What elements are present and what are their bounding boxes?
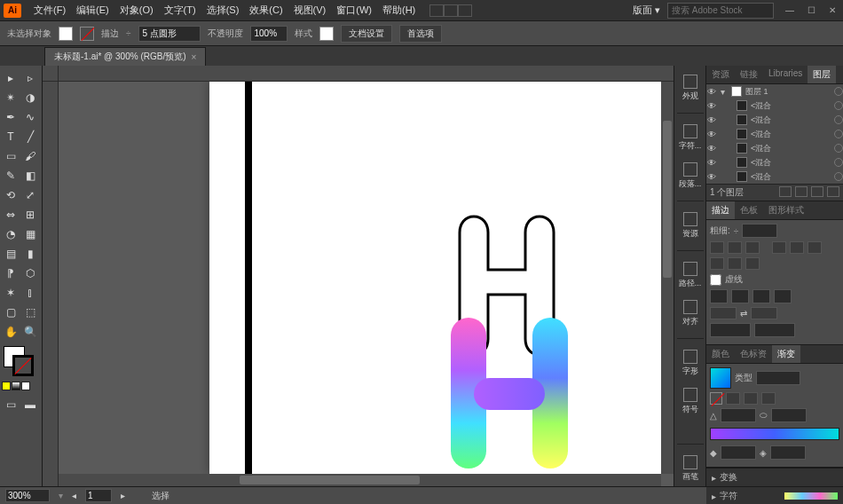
dock-appearance[interactable]: 外观	[677, 75, 704, 102]
stroke-swatch[interactable]	[80, 27, 94, 41]
corner-bevel[interactable]	[808, 241, 822, 254]
delete-layer-icon[interactable]	[827, 186, 839, 197]
gradient-aspect[interactable]	[771, 408, 807, 422]
panel-tab-stroke[interactable]: 描边	[706, 201, 735, 219]
panel-tab-assets[interactable]: 资源	[706, 66, 735, 83]
eyedropper-tool[interactable]: ⁋	[2, 264, 20, 282]
gradient-stroke-across[interactable]	[726, 392, 740, 405]
maximize-button[interactable]: ☐	[804, 5, 818, 16]
shape-builder-tool[interactable]: ◔	[2, 225, 20, 243]
ruler-vertical[interactable]	[43, 82, 59, 486]
search-input[interactable]	[667, 3, 774, 19]
menu-help[interactable]: 帮助(H)	[377, 2, 421, 19]
menu-effect[interactable]: 效果(C)	[244, 2, 288, 19]
gap-1[interactable]	[731, 289, 749, 303]
new-layer-icon[interactable]	[811, 186, 823, 197]
new-sublayer-icon[interactable]	[795, 186, 808, 197]
layer-target[interactable]	[834, 158, 843, 167]
menu-edit[interactable]: 编辑(E)	[71, 2, 114, 19]
style-swatch[interactable]	[319, 27, 334, 41]
panel-tab-color[interactable]: 颜色	[706, 345, 735, 363]
layer-target[interactable]	[834, 101, 843, 110]
dock-glyphs[interactable]: 字形	[677, 350, 704, 377]
dock-brushes[interactable]: 画笔	[677, 455, 704, 483]
artboard-number[interactable]	[85, 489, 112, 502]
stroke-profile-select[interactable]	[138, 26, 201, 42]
preferences-button[interactable]: 首选项	[399, 25, 442, 43]
fill-swatch[interactable]	[59, 27, 73, 41]
selection-tool[interactable]: ▸	[2, 69, 20, 87]
sublayer-row[interactable]: 👁<混合	[706, 127, 843, 141]
visibility-toggle[interactable]: 👁	[706, 171, 717, 182]
pen-tool[interactable]: ✒	[2, 108, 20, 126]
column-graph-tool[interactable]: ⫿	[21, 284, 39, 302]
visibility-toggle[interactable]: 👁	[706, 100, 717, 111]
minimize-button[interactable]: —	[783, 5, 797, 16]
mesh-tool[interactable]: ▤	[2, 245, 20, 263]
corner-round[interactable]	[790, 241, 804, 254]
collapsed-transform-panel[interactable]: ▸ 变换	[706, 468, 843, 486]
close-button[interactable]: ✕	[825, 5, 839, 16]
visibility-toggle[interactable]: 👁	[706, 129, 717, 139]
dock-symbols[interactable]: 符号	[677, 388, 704, 415]
width-tool[interactable]: ⇔	[2, 206, 20, 224]
hand-tool[interactable]: ✋	[2, 323, 20, 341]
document-tab[interactable]: 未标题-1.ai* @ 300% (RGB/预览) ×	[44, 47, 206, 66]
cap-round[interactable]	[728, 241, 742, 254]
free-transform-tool[interactable]: ⊞	[21, 206, 39, 224]
menu-file[interactable]: 文件(F)	[28, 2, 71, 19]
tab-close-icon[interactable]: ×	[192, 52, 197, 62]
gpu-icon[interactable]	[458, 4, 472, 17]
artboard-tool[interactable]: ▢	[2, 303, 20, 321]
scrollbar-h-thumb[interactable]	[240, 476, 421, 484]
locate-icon[interactable]	[779, 186, 792, 197]
stroke-indicator[interactable]	[12, 355, 34, 376]
ruler-origin[interactable]	[43, 66, 59, 82]
panel-tab-colorguide[interactable]: 色标资	[735, 345, 772, 363]
gradient-stroke-swatch[interactable]	[710, 392, 722, 405]
arrow-start[interactable]	[710, 307, 737, 319]
sublayer-row[interactable]: 👁<混合	[706, 169, 843, 184]
panel-tab-swatches[interactable]: 色板	[735, 201, 763, 219]
cap-butt[interactable]	[710, 241, 724, 254]
scrollbar-horizontal[interactable]	[59, 474, 661, 486]
type-tool[interactable]: T	[2, 128, 20, 146]
dash-1[interactable]	[710, 289, 728, 303]
color-mode-color[interactable]	[2, 382, 11, 390]
scrollbar-v-thumb[interactable]	[663, 121, 672, 278]
align-stroke-center[interactable]	[710, 257, 724, 270]
panel-tab-libraries[interactable]: Libraries	[763, 66, 808, 83]
cap-projecting[interactable]	[745, 241, 760, 254]
gradient-slider[interactable]	[710, 428, 839, 440]
color-mode-none[interactable]	[21, 382, 30, 390]
visibility-toggle[interactable]: 👁	[706, 157, 717, 168]
layer-target[interactable]	[834, 87, 843, 96]
screen-mode-normal[interactable]: ▭	[2, 396, 20, 413]
screen-mode-full[interactable]: ▬	[21, 396, 39, 413]
arrow-scale-end[interactable]	[754, 323, 795, 337]
artboard-nav-next[interactable]: ▸	[121, 491, 125, 500]
dock-paragraph[interactable]: 段落...	[677, 162, 704, 190]
sublayer-row[interactable]: 👁<混合	[706, 141, 843, 155]
sublayer-row[interactable]: 👁<混合	[706, 155, 843, 169]
slice-tool[interactable]: ⬚	[21, 303, 39, 321]
layer-target[interactable]	[834, 144, 843, 153]
gradient-swatch[interactable]	[710, 367, 731, 389]
rectangle-tool[interactable]: ▭	[2, 147, 20, 165]
align-stroke-inside[interactable]	[728, 257, 742, 270]
stroke-weight-input[interactable]	[742, 224, 777, 238]
dock-assets[interactable]: 资源	[677, 212, 704, 240]
menu-object[interactable]: 对象(O)	[114, 2, 159, 19]
zoom-tool[interactable]: 🔍	[21, 323, 39, 341]
scrollbar-vertical[interactable]	[661, 82, 674, 474]
curvature-tool[interactable]: ∿	[21, 108, 39, 126]
dock-pathfinder[interactable]: 路径...	[677, 262, 704, 289]
layer-target[interactable]	[834, 115, 843, 124]
dock-character[interactable]: 字符...	[677, 124, 704, 152]
paintbrush-tool[interactable]: 🖌	[21, 147, 39, 165]
visibility-toggle[interactable]: 👁	[706, 114, 717, 125]
menu-view[interactable]: 视图(V)	[288, 2, 332, 19]
zoom-input[interactable]	[5, 489, 50, 502]
collapsed-character-panel[interactable]: ▸ 字符	[706, 486, 843, 504]
eraser-tool[interactable]: ◧	[21, 167, 39, 185]
